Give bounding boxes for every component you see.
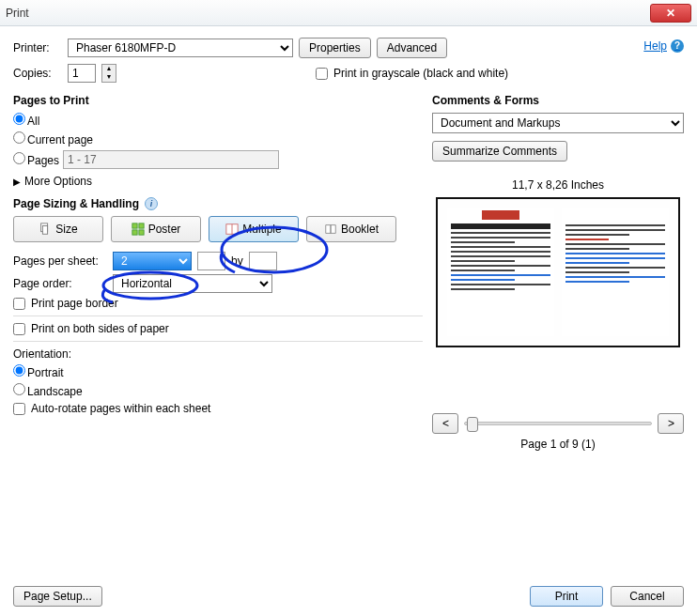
copies-input[interactable] bbox=[68, 64, 96, 83]
sizing-title: Page Sizing & Handling i bbox=[13, 197, 423, 210]
svg-rect-3 bbox=[139, 223, 144, 228]
preview-page-left bbox=[447, 208, 554, 336]
page-setup-button[interactable]: Page Setup... bbox=[13, 586, 102, 607]
pages-per-sheet-label: Pages per sheet: bbox=[13, 254, 107, 268]
all-radio[interactable]: All bbox=[13, 113, 39, 128]
booklet-icon bbox=[324, 223, 337, 236]
preview-dimensions: 11,7 x 8,26 Inches bbox=[432, 178, 684, 192]
help-icon: ? bbox=[671, 39, 684, 53]
pages-to-print-title: Pages to Print bbox=[13, 94, 423, 107]
svg-rect-1 bbox=[43, 226, 48, 235]
orientation-label: Orientation: bbox=[13, 347, 423, 361]
slider-thumb[interactable] bbox=[467, 417, 478, 432]
pages-radio[interactable]: Pages bbox=[13, 152, 59, 167]
size-icon bbox=[39, 223, 52, 236]
page-order-label: Page order: bbox=[13, 277, 107, 290]
poster-icon bbox=[132, 223, 145, 236]
landscape-radio[interactable]: Landscape bbox=[13, 383, 83, 398]
comments-forms-title: Comments & Forms bbox=[432, 94, 684, 107]
multiple-tab[interactable]: Multiple bbox=[209, 216, 299, 242]
portrait-radio[interactable]: Portrait bbox=[13, 364, 64, 379]
preview-slider[interactable] bbox=[464, 422, 652, 425]
help-link[interactable]: Help ? bbox=[643, 39, 684, 53]
help-label: Help bbox=[643, 39, 667, 53]
booklet-tab[interactable]: Booklet bbox=[306, 216, 396, 242]
window-title: Print bbox=[6, 7, 650, 20]
summarize-comments-button[interactable]: Summarize Comments bbox=[432, 141, 567, 162]
page-order-select[interactable]: Horizontal bbox=[113, 274, 272, 293]
page-indicator: Page 1 of 9 (1) bbox=[432, 438, 684, 451]
info-icon[interactable]: i bbox=[145, 197, 158, 210]
preview-next-button[interactable]: > bbox=[658, 413, 684, 434]
custom-cols-input[interactable] bbox=[197, 252, 225, 270]
print-preview bbox=[436, 197, 680, 347]
print-button[interactable]: Print bbox=[530, 586, 603, 607]
current-page-radio[interactable]: Current page bbox=[13, 131, 93, 146]
by-label: by bbox=[231, 254, 243, 268]
close-icon: ✕ bbox=[666, 8, 675, 19]
close-button[interactable]: ✕ bbox=[650, 4, 691, 23]
spinner-up-icon[interactable]: ▲ bbox=[102, 65, 116, 73]
svg-rect-2 bbox=[132, 223, 137, 228]
custom-rows-input[interactable] bbox=[249, 252, 277, 270]
autorotate-checkbox[interactable]: Auto-rotate pages within each sheet bbox=[13, 402, 423, 415]
size-tab[interactable]: Size bbox=[13, 216, 103, 242]
comments-dropdown[interactable]: Document and Markups bbox=[432, 113, 684, 133]
chevron-right-icon: ▶ bbox=[13, 177, 21, 187]
both-sides-checkbox[interactable]: Print on both sides of paper bbox=[13, 322, 423, 335]
svg-rect-5 bbox=[139, 230, 144, 235]
more-options-toggle[interactable]: ▶ More Options bbox=[13, 175, 423, 188]
pages-per-sheet-select[interactable]: 2 bbox=[113, 252, 192, 270]
advanced-button[interactable]: Advanced bbox=[377, 38, 447, 58]
copies-label: Copies: bbox=[13, 67, 62, 80]
pages-range-input bbox=[63, 150, 279, 169]
spinner-down-icon[interactable]: ▼ bbox=[102, 73, 116, 82]
printer-label: Printer: bbox=[13, 41, 62, 54]
svg-rect-4 bbox=[132, 230, 137, 235]
multiple-icon bbox=[225, 223, 239, 236]
cancel-button[interactable]: Cancel bbox=[611, 586, 684, 607]
titlebar: Print ✕ bbox=[0, 0, 697, 26]
copies-spinner[interactable]: ▲▼ bbox=[101, 64, 116, 83]
preview-prev-button[interactable]: < bbox=[432, 413, 458, 434]
print-border-checkbox[interactable]: Print page border bbox=[13, 297, 423, 310]
preview-page-right bbox=[562, 208, 669, 336]
printer-select[interactable]: Phaser 6180MFP-D bbox=[68, 38, 293, 57]
grayscale-checkbox[interactable]: Print in grayscale (black and white) bbox=[316, 67, 508, 80]
properties-button[interactable]: Properties bbox=[299, 38, 371, 58]
poster-tab[interactable]: Poster bbox=[111, 216, 201, 242]
